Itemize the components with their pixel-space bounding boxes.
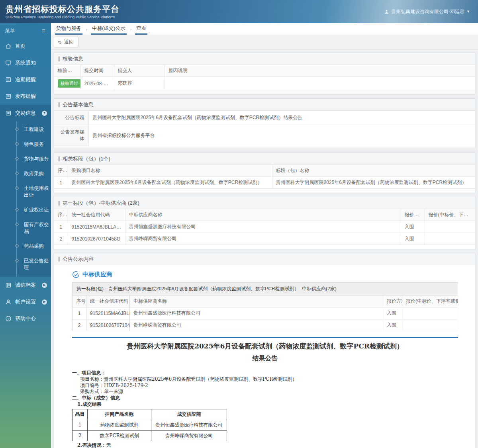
table-header-row: 品目 挂网产品名称 成交供应商 bbox=[72, 409, 227, 420]
table-header-row: 序号 采购项目名称 标段（包）名称 bbox=[54, 165, 475, 177]
sidebar-item-credit-archive[interactable]: 诚信档案 ▶ bbox=[0, 277, 51, 293]
chevron-sep-icon: › bbox=[82, 23, 91, 35]
quote-method: 入围 bbox=[401, 221, 425, 233]
submenu-item-published-notices[interactable]: 已发公告处理 bbox=[0, 254, 51, 275]
awarded-supplier: 贵州峥嵘商贸有限公司 bbox=[151, 430, 227, 441]
svg-text:?: ? bbox=[8, 317, 10, 321]
hamburger-icon[interactable]: ≡ bbox=[42, 29, 45, 33]
sidebar-item-label: 诚信档案 bbox=[15, 282, 38, 289]
table-row: 1 91520115MA6JBLLA8B 贵州恒鑫盛源医疗科技有限公司 入围 bbox=[54, 221, 475, 233]
section-title: 公告公示内容 bbox=[63, 256, 94, 263]
home-icon bbox=[5, 43, 12, 49]
sidebar-menu-header: 菜单 ≡ bbox=[0, 23, 51, 38]
app-title: 贵州省招标投标公共服务平台 bbox=[6, 4, 120, 14]
quote-price bbox=[402, 319, 458, 331]
credit-code: 91520102670710458G bbox=[68, 233, 125, 245]
page: 贵州省招标投标公共服务平台 GuiZhou Province Tendering… bbox=[0, 0, 478, 448]
notice-panel: 公告公示内容 中标供应商 第一标段(包)：贵州医科大学附属医院2025年6月设备… bbox=[54, 253, 475, 448]
back-icon bbox=[57, 40, 62, 45]
col-header: 报价方式 bbox=[383, 295, 402, 307]
doc-line: 项目编号：HDZB-2025-179-2 bbox=[72, 383, 458, 389]
related-sections-panel: 相关标段（包）(1个) 序号 采购项目名称 标段（包）名称 1 贵州医科大学附属… bbox=[54, 153, 475, 193]
col-header: 序号 bbox=[54, 209, 68, 221]
app-header: 贵州省招标投标公共服务平台 GuiZhou Province Tendering… bbox=[0, 0, 478, 23]
sidebar-item-help-center[interactable]: ? 帮助中心 bbox=[0, 310, 51, 327]
sidebar-item-notifications[interactable]: 系统通知 bbox=[0, 55, 51, 71]
row-no: 1 bbox=[72, 307, 86, 319]
breadcrumb-award-notice[interactable]: 中标(成交)公示 bbox=[91, 23, 126, 35]
section-marker bbox=[58, 201, 59, 205]
notice-body: 中标供应商 第一标段(包)：贵州医科大学附属医院2025年6月设备配套试剂（药物… bbox=[54, 265, 475, 448]
sidebar-item-home[interactable]: 首页 bbox=[0, 38, 51, 55]
col-header: 品目 bbox=[72, 409, 88, 420]
related-sections-header: 相关标段（包）(1个) bbox=[54, 153, 475, 165]
row-no: 1 bbox=[54, 177, 68, 189]
section-title: 公告基本信息 bbox=[63, 101, 94, 108]
col-header: 报价方式 bbox=[401, 209, 425, 221]
status-badge: 核验通过 bbox=[58, 79, 80, 88]
chevron-sep-icon: › bbox=[127, 23, 135, 35]
basic-info-section-header: 公告基本信息 bbox=[54, 99, 475, 111]
award-check-icon bbox=[72, 271, 80, 278]
section-marker bbox=[58, 102, 59, 107]
winner-suppliers-heading-text: 中标供应商 bbox=[82, 271, 112, 278]
divider bbox=[72, 337, 458, 338]
chevron-right-icon: ▶ bbox=[42, 283, 47, 288]
breadcrumb-goods-services[interactable]: 货物与服务 bbox=[55, 23, 82, 35]
sidebar-item-account-settings[interactable]: 帐户设置 ▶ bbox=[0, 293, 51, 310]
table-row: 公告标题 贵州医科大学附属医院2025年6月设备配套试剂（药物浓度监测试剂、数字… bbox=[54, 111, 475, 125]
doc-s2-sub2-value: 无 bbox=[106, 442, 111, 448]
col-header: 标段（包）名称 bbox=[272, 165, 475, 177]
submenu-item-special-services[interactable]: 特色服务 bbox=[0, 137, 51, 152]
product-name: 药物浓度监测试剂 bbox=[88, 420, 151, 430]
submenu-item-gov-procurement[interactable]: 政府采购 bbox=[0, 166, 51, 181]
field-label: 公告发布媒体 bbox=[54, 125, 88, 146]
col-header: 核验状态 bbox=[54, 65, 80, 77]
doc-s2-sub2: 2.否决情况：无 bbox=[72, 442, 458, 448]
supplier-name: 贵州峥嵘商贸有限公司 bbox=[130, 319, 383, 331]
breadcrumb-view[interactable]: 查看 bbox=[135, 23, 147, 35]
brand: 贵州省招标投标公共服务平台 GuiZhou Province Tendering… bbox=[6, 4, 120, 19]
back-button[interactable]: 返回 bbox=[54, 37, 78, 47]
package-name: 贵州医科大学附属医院2025年6月设备配套试剂（药物浓度监测试剂、数字PCR检测… bbox=[272, 177, 475, 189]
field-value: 贵州医科大学附属医院2025年6月设备配套试剂（药物浓度监测试剂、数字PCR检测… bbox=[88, 111, 475, 125]
sidebar-item-overdue-reminder[interactable]: 逾期提醒 bbox=[0, 71, 51, 88]
submenu-item-goods-services[interactable]: 货物与服务 bbox=[0, 152, 51, 166]
col-header: 报价(中标价、下浮率或费率) bbox=[402, 295, 458, 307]
section-marker bbox=[58, 57, 59, 61]
user-name: 贵州弘典建设咨询有限公司-邓廷容 bbox=[391, 8, 464, 15]
doc-s2-heading: 二、中标（成交）信息 bbox=[72, 395, 458, 401]
table-row: 1 91520115MA6JBLLA8B 贵州恒鑫盛源医疗科技有限公司 入围 bbox=[72, 307, 458, 319]
trade-submenu: 工程建设 特色服务 货物与服务 政府采购 土地使用权出让 矿业权出让 国有产权交… bbox=[0, 121, 51, 277]
sidebar-item-publish-reminder[interactable]: 发布提醒 bbox=[0, 88, 51, 105]
section-marker bbox=[58, 157, 59, 161]
table-row: 1 贵州医科大学附属医院2025年6月设备配套试剂（药物浓度监测试剂、数字PCR… bbox=[54, 177, 475, 189]
document-icon bbox=[5, 76, 12, 83]
verify-table: 核验状态 提交时间 提交人 原因说明 核验通过 2025-08-21 09:12… bbox=[54, 65, 475, 90]
table-row: 2 91520102670710458G 贵州峥嵘商贸有限公司 入围 bbox=[54, 233, 475, 245]
credit-code: 91520102670710458G bbox=[86, 319, 130, 331]
col-header: 统一社会信用代码 bbox=[86, 295, 130, 307]
col-header: 中标供应商名称 bbox=[125, 209, 401, 221]
submenu-item-mining-rights[interactable]: 矿业权出让 bbox=[0, 203, 51, 217]
col-header: 序号 bbox=[72, 295, 86, 307]
doc-title-line1: 贵州医科大学附属医院2025年6月设备配套试剂（药物浓度监测试剂、数字PCR检测… bbox=[72, 342, 458, 351]
doc-body: 一、项目信息： 项目名称：贵州医科大学附属医院2025年6月设备配套试剂（药物浓… bbox=[72, 370, 458, 448]
submenu-item-drug-procurement[interactable]: 药品采购 bbox=[0, 239, 51, 254]
col-header: 统一社会信用代码 bbox=[68, 209, 125, 221]
col-header: 成交供应商 bbox=[151, 409, 227, 420]
section-title: 核验信息 bbox=[63, 55, 83, 63]
verify-section-header: 核验信息 bbox=[54, 53, 475, 65]
sidebar-item-trade-info[interactable]: 交易信息 ▼ bbox=[0, 105, 51, 121]
related-sections-table: 序号 采购项目名称 标段（包）名称 1 贵州医科大学附属医院2025年6月设备配… bbox=[54, 165, 475, 189]
table-header-row: 核验状态 提交时间 提交人 原因说明 bbox=[54, 65, 475, 77]
user-menu[interactable]: 贵州弘典建设咨询有限公司-邓廷容 ▼ bbox=[384, 8, 470, 15]
sidebar-item-label: 帮助中心 bbox=[15, 315, 47, 322]
row-no: 2 bbox=[54, 233, 68, 245]
quote-price bbox=[402, 307, 458, 319]
back-button-label: 返回 bbox=[64, 39, 74, 45]
submenu-item-land-use[interactable]: 土地使用权出让 bbox=[0, 181, 51, 203]
submenu-item-state-assets[interactable]: 国有产权交易 bbox=[0, 217, 51, 239]
submenu-item-engineering[interactable]: 工程建设 bbox=[0, 122, 51, 137]
project-name: 贵州医科大学附属医院2025年6月设备配套试剂（药物浓度监测试剂、数字PCR检测… bbox=[68, 177, 272, 189]
